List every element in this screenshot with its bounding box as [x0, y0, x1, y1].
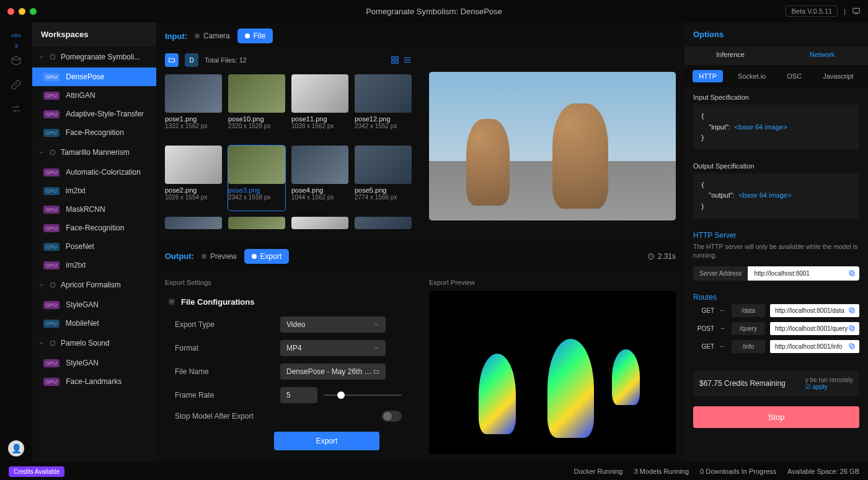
model-item[interactable]: GPUFace-Recognition: [32, 219, 156, 237]
file-card[interactable]: pose10.png2320 x 1528 px: [228, 74, 285, 139]
subtab-osc[interactable]: OSC: [781, 70, 808, 82]
subtab-socketio[interactable]: Socket.io: [732, 70, 772, 82]
rail-flow[interactable]: [11, 103, 22, 116]
window-controls[interactable]: [7, 8, 37, 15]
model-item[interactable]: GPUim2txt: [32, 256, 156, 274]
model-item[interactable]: GPUFace-Landmarks: [32, 372, 156, 391]
label-frame-rate: Frame Rate: [175, 391, 274, 399]
model-item[interactable]: GPUStyleGAN: [32, 295, 156, 314]
tab-network[interactable]: Network: [776, 46, 868, 65]
file-card[interactable]: pose12.png2342 x 1552 px: [355, 74, 412, 139]
close-icon[interactable]: [7, 8, 14, 15]
input-preview-image: [429, 72, 676, 220]
chevron-down-icon: [169, 299, 175, 305]
credits-available-badge[interactable]: Credits Available: [9, 466, 64, 477]
copy-icon[interactable]: [848, 307, 856, 314]
workspace-title[interactable]: Tamarillo Mannerism: [32, 142, 156, 163]
input-source-file[interactable]: File: [237, 28, 273, 43]
label-stop-after: Stop Model After Export: [175, 412, 376, 421]
output-preview-image: [429, 291, 676, 455]
folder-icon[interactable]: [165, 53, 179, 67]
svg-rect-4: [51, 341, 55, 346]
minimize-icon[interactable]: [19, 8, 25, 15]
rail-workspaces[interactable]: 3: [11, 31, 22, 44]
file-card[interactable]: pose3.png2342 x 1558 px: [228, 146, 285, 211]
rail-badge-count: 3: [14, 43, 17, 49]
export-settings: Export Settings File Configurations Expo…: [156, 270, 420, 463]
model-item[interactable]: GPUDensePose: [32, 68, 156, 86]
output-spec-title: Output Specification: [693, 162, 859, 170]
slider-frame-rate[interactable]: [324, 395, 402, 396]
chat-icon[interactable]: [852, 7, 861, 15]
model-item[interactable]: GPUAttnGAN: [32, 86, 156, 105]
subtab-http[interactable]: HTTP: [693, 70, 723, 82]
section-summary[interactable]: Summary: [165, 456, 412, 463]
server-address-value[interactable]: http://localhost:8001: [748, 266, 859, 281]
http-server-title: HTTP Server: [693, 231, 859, 240]
credits-box: $67.75 Credits Remaining y be run remote…: [693, 370, 859, 396]
toggle-stop-after[interactable]: [382, 411, 402, 422]
grid-view-icon[interactable]: [391, 56, 399, 64]
docker-status: Docker Running: [574, 468, 623, 475]
list-view-icon[interactable]: [403, 56, 412, 64]
rail-link[interactable]: [11, 79, 22, 92]
svg-rect-2: [51, 151, 55, 155]
stop-button[interactable]: Stop: [693, 406, 859, 428]
divider: |: [844, 7, 846, 15]
main-content: Input: Camera File D Total Files: 12 pos…: [156, 22, 684, 463]
tab-inference[interactable]: Inference: [684, 46, 776, 65]
route-row: POST→/queryhttp://localhost:8001/query: [693, 322, 859, 335]
rail-models[interactable]: [11, 55, 22, 68]
label-format: Format: [175, 344, 274, 352]
copy-icon[interactable]: [848, 343, 856, 350]
svg-rect-1: [51, 55, 55, 59]
select-format[interactable]: MP4: [280, 340, 386, 356]
model-item[interactable]: GPUStyleGAN: [32, 354, 156, 372]
workspace-title[interactable]: Apricot Formalism: [32, 274, 156, 295]
workspace-title[interactable]: Pomegranate Symboli...: [32, 46, 156, 68]
model-item[interactable]: CPUim2txt: [32, 181, 156, 200]
file-card[interactable]: pose5.png2774 x 1566 px: [355, 146, 412, 211]
model-item[interactable]: GPUAdaptive-Style-Transfer: [32, 105, 156, 123]
input-bar: Input: Camera File: [156, 22, 684, 50]
copy-icon[interactable]: [848, 269, 856, 277]
file-card[interactable]: pose4.png1044 x 1562 px: [291, 146, 348, 211]
file-card[interactable]: pose1.png1332 x 1562 px: [165, 74, 222, 139]
file-card[interactable]: pose11.png1038 x 1562 px: [291, 74, 348, 139]
options-header: Options: [684, 22, 868, 46]
input-label: Input:: [165, 32, 187, 41]
nav-rail: 3 👤: [0, 22, 32, 463]
model-item[interactable]: CPUMobileNet: [32, 314, 156, 333]
output-mode-export[interactable]: Export: [244, 249, 290, 264]
input-spec-code: { "input": <base 64 image>}: [693, 105, 859, 150]
input-frame-rate[interactable]: 5: [280, 387, 317, 403]
workspace-title[interactable]: Pamelo Sound: [32, 333, 156, 354]
model-item[interactable]: CPUPoseNet: [32, 237, 156, 256]
file-browser: D Total Files: 12 pose1.png1332 x 1562 p…: [156, 50, 420, 243]
window-title: Pomegranate Symbolism: DensePose: [366, 7, 502, 16]
user-avatar[interactable]: 👤: [8, 440, 24, 456]
credits-note: y be run remotely: [805, 377, 853, 383]
credits-remaining: $67.75 Credits Remaining: [699, 379, 786, 388]
model-item[interactable]: GPUMaskRCNN: [32, 200, 156, 219]
select-export-type[interactable]: Video: [280, 316, 386, 333]
model-item[interactable]: CPUFace-Recognition: [32, 123, 156, 142]
apply-link[interactable]: ☑ apply: [805, 383, 853, 390]
svg-rect-5: [392, 57, 394, 59]
file-card[interactable]: pose2.png1026 x 1554 px: [165, 146, 222, 211]
copy-icon[interactable]: [848, 325, 856, 332]
svg-rect-15: [851, 309, 854, 313]
svg-rect-6: [396, 57, 398, 59]
section-file-config[interactable]: File Configurations: [165, 291, 412, 313]
model-item[interactable]: GPUAutomatic-Colorization: [32, 163, 156, 181]
input-source-camera[interactable]: Camera: [195, 32, 230, 40]
svg-rect-19: [851, 345, 854, 349]
file-badge[interactable]: D: [185, 53, 198, 67]
subtab-javascript[interactable]: Javascript: [817, 70, 860, 82]
svg-rect-13: [851, 272, 854, 276]
maximize-icon[interactable]: [30, 8, 37, 15]
svg-rect-20: [849, 344, 853, 347]
export-button[interactable]: Export: [274, 432, 379, 450]
input-file-name[interactable]: DensePose - May 26th 2019 at ...: [280, 364, 386, 380]
output-mode-preview[interactable]: Preview: [202, 252, 237, 261]
